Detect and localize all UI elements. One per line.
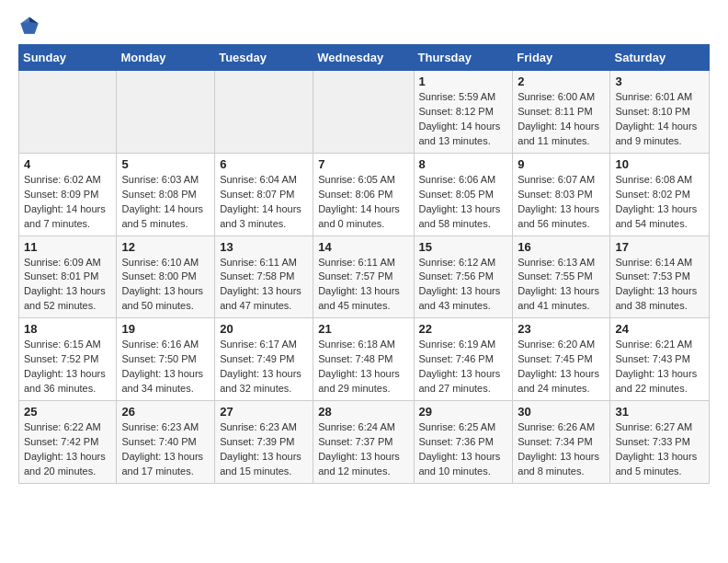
day-info: Sunrise: 6:03 AMSunset: 8:08 PMDaylight:… — [121, 173, 210, 232]
day-header-friday: Friday — [513, 45, 610, 71]
day-info-line: and 12 minutes. — [318, 465, 390, 477]
day-info-line: Sunrise: 6:24 AM — [318, 421, 395, 432]
day-info-line: Sunrise: 6:14 AM — [615, 257, 692, 268]
day-info-line: Sunrise: 6:22 AM — [24, 421, 101, 432]
day-info: Sunrise: 6:02 AMSunset: 8:09 PMDaylight:… — [24, 173, 111, 232]
day-info-line: and 47 minutes. — [220, 300, 291, 311]
day-info-line: Sunset: 7:46 PM — [419, 353, 494, 364]
day-info-line: Sunset: 7:58 PM — [220, 270, 294, 282]
calendar-cell: 3Sunrise: 6:01 AMSunset: 8:10 PMDaylight… — [610, 71, 710, 154]
calendar-cell: 25Sunrise: 6:22 AMSunset: 7:42 PMDayligh… — [19, 401, 117, 484]
day-info-line: and 56 minutes. — [518, 218, 589, 229]
day-info-line: Sunrise: 6:09 AM — [24, 257, 101, 268]
day-info-line: and 24 minutes. — [518, 383, 589, 394]
day-info-line: Sunrise: 6:05 AM — [318, 174, 395, 185]
day-info: Sunrise: 6:27 AMSunset: 7:33 PMDaylight:… — [615, 420, 704, 479]
day-info: Sunrise: 6:11 AMSunset: 7:58 PMDaylight:… — [220, 256, 308, 315]
day-info: Sunrise: 6:10 AMSunset: 8:00 PMDaylight:… — [121, 256, 210, 315]
day-number: 1 — [419, 75, 508, 88]
day-info-line: Sunrise: 6:21 AM — [615, 339, 692, 350]
day-info-line: Sunrise: 6:11 AM — [318, 257, 395, 268]
day-info-line: Daylight: 13 hours — [615, 285, 697, 296]
day-info-line: and 15 minutes. — [220, 465, 291, 477]
day-info-line: and 13 minutes. — [419, 135, 491, 146]
day-info-line: and 5 minutes. — [615, 465, 681, 477]
day-info-line: Daylight: 13 hours — [121, 368, 203, 379]
calendar-cell: 9Sunrise: 6:07 AMSunset: 8:03 PMDaylight… — [513, 153, 610, 236]
calendar-cell — [313, 71, 414, 154]
day-number: 17 — [615, 240, 704, 254]
day-header-thursday: Thursday — [414, 45, 513, 71]
calendar-table: SundayMondayTuesdayWednesdayThursdayFrid… — [18, 44, 710, 484]
calendar-week-3: 11Sunrise: 6:09 AMSunset: 8:01 PMDayligh… — [19, 236, 710, 318]
day-number: 22 — [419, 322, 508, 336]
day-info: Sunrise: 6:04 AMSunset: 8:07 PMDaylight:… — [220, 173, 308, 232]
day-info-line: Daylight: 14 hours — [419, 121, 501, 132]
calendar-cell — [19, 71, 117, 154]
day-info-line: Sunset: 7:55 PM — [518, 270, 592, 282]
day-info-line: Daylight: 14 hours — [24, 203, 106, 214]
day-info-line: Daylight: 13 hours — [318, 451, 400, 462]
day-number: 6 — [220, 157, 308, 171]
day-info: Sunrise: 6:23 AMSunset: 7:39 PMDaylight:… — [220, 420, 308, 479]
day-info-line: Sunrise: 6:23 AM — [121, 421, 199, 432]
day-info: Sunrise: 6:16 AMSunset: 7:50 PMDaylight:… — [121, 338, 210, 396]
day-info-line: Sunset: 7:45 PM — [518, 353, 592, 364]
day-number: 28 — [318, 405, 408, 419]
day-info: Sunrise: 6:21 AMSunset: 7:43 PMDaylight:… — [615, 338, 704, 396]
day-info: Sunrise: 6:07 AMSunset: 8:03 PMDaylight:… — [518, 173, 605, 232]
day-number: 13 — [220, 240, 308, 254]
day-info-line: and 43 minutes. — [419, 300, 491, 311]
day-info-line: Daylight: 14 hours — [220, 203, 301, 214]
day-info-line: Sunset: 8:00 PM — [121, 270, 196, 282]
day-info-line: Sunrise: 5:59 AM — [419, 91, 496, 102]
calendar-cell: 20Sunrise: 6:17 AMSunset: 7:49 PMDayligh… — [215, 318, 313, 401]
day-info: Sunrise: 6:14 AMSunset: 7:53 PMDaylight:… — [615, 256, 704, 315]
day-info: Sunrise: 6:06 AMSunset: 8:05 PMDaylight:… — [419, 173, 508, 232]
day-info-line: Sunset: 8:08 PM — [121, 189, 196, 200]
day-number: 2 — [518, 75, 605, 88]
calendar-cell: 31Sunrise: 6:27 AMSunset: 7:33 PMDayligh… — [610, 401, 710, 484]
day-info-line: Sunset: 8:01 PM — [24, 270, 98, 282]
day-number: 19 — [121, 322, 210, 336]
day-info-line: Sunrise: 6:01 AM — [615, 91, 692, 102]
calendar-cell: 21Sunrise: 6:18 AMSunset: 7:48 PMDayligh… — [313, 318, 414, 401]
day-info-line: Daylight: 14 hours — [518, 121, 599, 132]
page: SundayMondayTuesdayWednesdayThursdayFrid… — [0, 0, 728, 499]
calendar-header-row: SundayMondayTuesdayWednesdayThursdayFrid… — [19, 45, 710, 71]
day-info-line: and 22 minutes. — [615, 383, 687, 394]
day-info-line: Sunrise: 6:12 AM — [419, 257, 496, 268]
day-info-line: Daylight: 13 hours — [518, 368, 599, 379]
day-info-line: and 20 minutes. — [24, 465, 96, 477]
day-info-line: and 5 minutes. — [121, 218, 188, 229]
logo-icon — [18, 15, 40, 37]
day-info-line: Sunset: 7:49 PM — [220, 353, 294, 364]
calendar-cell: 18Sunrise: 6:15 AMSunset: 7:52 PMDayligh… — [19, 318, 117, 401]
day-info: Sunrise: 6:24 AMSunset: 7:37 PMDaylight:… — [318, 420, 408, 479]
calendar-cell: 26Sunrise: 6:23 AMSunset: 7:40 PMDayligh… — [117, 401, 215, 484]
day-info-line: Sunrise: 6:25 AM — [419, 421, 496, 432]
day-info-line: Sunset: 7:39 PM — [220, 436, 294, 447]
day-info-line: Sunset: 7:57 PM — [318, 270, 392, 282]
day-info-line: and 10 minutes. — [419, 465, 491, 477]
day-info: Sunrise: 6:26 AMSunset: 7:34 PMDaylight:… — [518, 420, 605, 479]
calendar-cell: 12Sunrise: 6:10 AMSunset: 8:00 PMDayligh… — [117, 236, 215, 318]
day-header-saturday: Saturday — [610, 45, 710, 71]
day-info-line: and 27 minutes. — [419, 383, 491, 394]
calendar-cell: 6Sunrise: 6:04 AMSunset: 8:07 PMDaylight… — [215, 153, 313, 236]
calendar-week-5: 25Sunrise: 6:22 AMSunset: 7:42 PMDayligh… — [19, 401, 710, 484]
day-info: Sunrise: 6:25 AMSunset: 7:36 PMDaylight:… — [419, 420, 508, 479]
day-number: 12 — [121, 240, 210, 254]
day-info-line: Daylight: 14 hours — [615, 121, 697, 132]
day-info: Sunrise: 5:59 AMSunset: 8:12 PMDaylight:… — [419, 90, 508, 149]
day-info-line: Sunset: 8:03 PM — [518, 189, 592, 200]
day-info-line: Sunset: 8:06 PM — [318, 189, 392, 200]
calendar-cell — [215, 71, 313, 154]
logo — [18, 15, 44, 37]
day-info-line: Sunset: 8:05 PM — [419, 189, 494, 200]
calendar-cell: 24Sunrise: 6:21 AMSunset: 7:43 PMDayligh… — [610, 318, 710, 401]
day-info-line: Daylight: 14 hours — [318, 203, 400, 214]
calendar-week-2: 4Sunrise: 6:02 AMSunset: 8:09 PMDaylight… — [19, 153, 710, 236]
day-number: 20 — [220, 322, 308, 336]
day-number: 5 — [121, 157, 210, 171]
